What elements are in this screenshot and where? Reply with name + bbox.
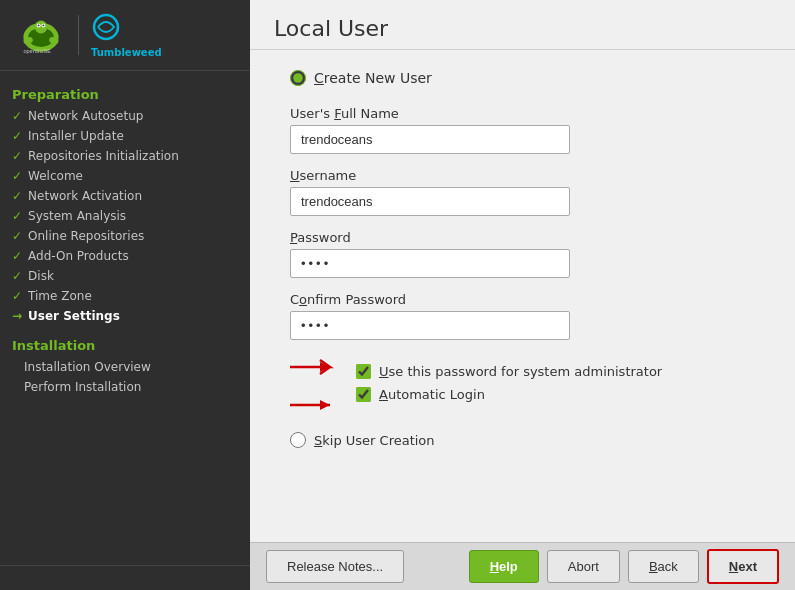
nav-item-label: Network Activation — [28, 189, 142, 203]
content-body: Create New User User's Full Name Usernam… — [250, 50, 795, 542]
nav-item-label: User Settings — [28, 309, 120, 323]
svg-text:openSUSE: openSUSE — [23, 48, 51, 54]
sidebar-item-timezone[interactable]: Time Zone — [0, 286, 250, 306]
nav-item-label: Network Autosetup — [28, 109, 143, 123]
sidebar-item-network-activation[interactable]: Network Activation — [0, 186, 250, 206]
username-group: Username — [290, 168, 755, 216]
bottom-left: Release Notes... — [266, 550, 404, 583]
username-input[interactable] — [290, 187, 570, 216]
logo-divider — [78, 15, 79, 55]
password-label: Password — [290, 230, 755, 245]
auto-login-label: Automatic Login — [379, 387, 485, 402]
sidebar-item-welcome[interactable]: Welcome — [0, 166, 250, 186]
full-name-input[interactable] — [290, 125, 570, 154]
full-name-label: User's Full Name — [290, 106, 755, 121]
bottom-bar: Release Notes... HHelpelp Abort Back Nex… — [250, 542, 795, 590]
content-header: Local User — [250, 0, 795, 50]
sidebar-footer — [0, 565, 250, 590]
bottom-right: HHelpelp Abort Back Next — [469, 549, 779, 584]
tumbleweed-label: Tumbleweed — [91, 47, 162, 58]
skip-user-label: Skip User Creation — [314, 433, 435, 448]
full-name-group: User's Full Name — [290, 106, 755, 154]
use-password-checkbox[interactable] — [356, 364, 371, 379]
nav-item-label: Perform Installation — [24, 380, 141, 394]
main-content: Local User Create New User User's Full N… — [250, 0, 795, 590]
use-password-label: Use this password for system administrat… — [379, 364, 662, 379]
abort-button[interactable]: Abort — [547, 550, 620, 583]
create-user-radio[interactable] — [290, 70, 306, 86]
preparation-section-title: Preparation — [0, 81, 250, 106]
nav-item-label: Installation Overview — [24, 360, 151, 374]
sidebar-item-repositories[interactable]: Repositories Initialization — [0, 146, 250, 166]
nav-item-label: Repositories Initialization — [28, 149, 179, 163]
page-title: Local User — [274, 16, 771, 41]
password-group: Password — [290, 230, 755, 278]
checkbox-group: Use this password for system administrat… — [356, 364, 662, 410]
tumbleweed-logo: Tumbleweed — [91, 12, 162, 58]
sidebar-item-system-analysis[interactable]: System Analysis — [0, 206, 250, 226]
sidebar-item-online-repos[interactable]: Online Repositories — [0, 226, 250, 246]
svg-point-2 — [35, 21, 48, 34]
skip-user-radio[interactable] — [290, 432, 306, 448]
skip-user-option[interactable]: Skip User Creation — [290, 432, 755, 448]
nav-item-label: Welcome — [28, 169, 83, 183]
release-notes-button[interactable]: Release Notes... — [266, 550, 404, 583]
sidebar-logo: openSUSE Tumbleweed — [0, 0, 250, 71]
svg-point-7 — [38, 24, 40, 26]
password-input[interactable] — [290, 249, 570, 278]
auto-login-item[interactable]: Automatic Login — [356, 387, 662, 402]
arrow-icon-2 — [290, 394, 340, 416]
sidebar-item-perform-installation[interactable]: Perform Installation — [0, 377, 250, 397]
nav-item-label: System Analysis — [28, 209, 126, 223]
nav-item-label: Add-On Products — [28, 249, 129, 263]
confirm-password-group: Confirm Password — [290, 292, 755, 340]
username-label: Username — [290, 168, 755, 183]
nav-item-label: Disk — [28, 269, 54, 283]
arrow-indicators — [290, 354, 340, 416]
svg-point-8 — [42, 24, 44, 26]
create-user-option[interactable]: Create New User — [290, 70, 755, 86]
help-button[interactable]: HHelpelp — [469, 550, 539, 583]
svg-marker-12 — [320, 400, 330, 410]
nav-item-label: Online Repositories — [28, 229, 144, 243]
use-password-item[interactable]: Use this password for system administrat… — [356, 364, 662, 379]
next-button[interactable]: Next — [707, 549, 779, 584]
sidebar-nav: Preparation Network Autosetup Installer … — [0, 71, 250, 565]
sidebar-item-disk[interactable]: Disk — [0, 266, 250, 286]
sidebar: openSUSE Tumbleweed Preparation Network … — [0, 0, 250, 590]
sidebar-item-installer-update[interactable]: Installer Update — [0, 126, 250, 146]
nav-item-label: Installer Update — [28, 129, 124, 143]
sidebar-item-user-settings[interactable]: User Settings — [0, 306, 250, 326]
sidebar-item-installation-overview[interactable]: Installation Overview — [0, 357, 250, 377]
sidebar-item-network-autosetup[interactable]: Network Autosetup — [0, 106, 250, 126]
sidebar-item-addon[interactable]: Add-On Products — [0, 246, 250, 266]
arrow-icon-1 — [290, 356, 340, 378]
form-area: User's Full Name Username Password — [290, 106, 755, 448]
back-button[interactable]: Back — [628, 550, 699, 583]
confirm-password-input[interactable] — [290, 311, 570, 340]
confirm-password-label: Confirm Password — [290, 292, 755, 307]
create-user-label: Create New User — [314, 70, 432, 86]
installation-section-title: Installation — [0, 332, 250, 357]
opensuse-logo-icon: openSUSE — [16, 15, 66, 55]
auto-login-checkbox[interactable] — [356, 387, 371, 402]
tumbleweed-icon — [91, 12, 121, 42]
nav-item-label: Time Zone — [28, 289, 92, 303]
